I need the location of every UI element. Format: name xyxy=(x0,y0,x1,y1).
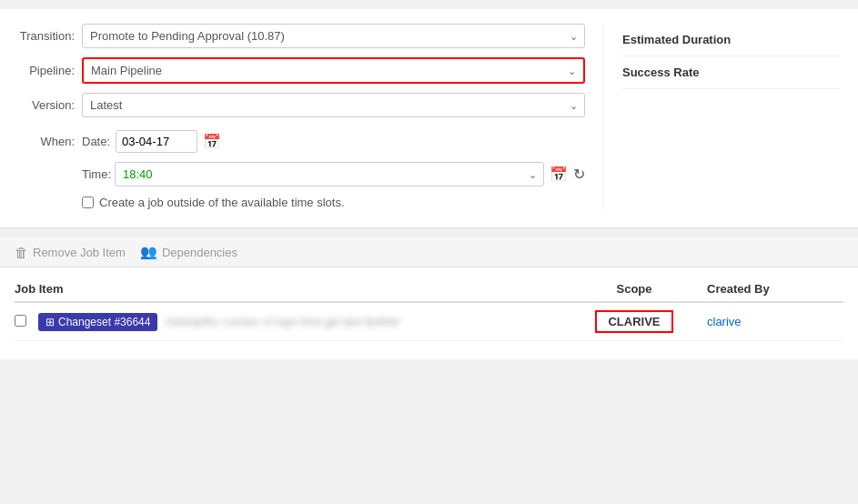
calendar-icon[interactable]: 📅 xyxy=(203,133,221,150)
table-row: ⊞ Changeset #36644 Addedjdfkn number of … xyxy=(15,303,843,341)
transition-row: Transition: Promote to Pending Approval … xyxy=(18,24,585,48)
time-label: Time: xyxy=(82,167,111,181)
top-section: Transition: Promote to Pending Approval … xyxy=(0,9,858,228)
changeset-label: Changeset #36644 xyxy=(58,316,150,328)
time-select-wrapper: 18:40 ⌄ xyxy=(115,162,544,186)
date-row: When: Date: 📅 xyxy=(18,130,585,153)
time-row: Time: 18:40 ⌄ 📅 ↻ xyxy=(18,162,585,186)
created-by-cell[interactable]: clarive xyxy=(707,315,843,328)
dependencies-icon: 👥 xyxy=(140,244,157,260)
version-select[interactable]: Latest xyxy=(82,93,585,117)
pipeline-select-wrapper: Main Pipeline ⌄ xyxy=(82,57,585,84)
transition-label: Transition: xyxy=(18,29,82,43)
remove-job-item-button[interactable]: 🗑 Remove Job Item xyxy=(15,245,126,260)
dependencies-button[interactable]: 👥 Dependencies xyxy=(140,244,237,260)
changeset-description: Addedjdfkn number of login lkhd gjd hjkd… xyxy=(165,316,399,328)
transition-select-wrapper: Promote to Pending Approval (10.87) ⌄ xyxy=(82,24,585,48)
success-rate-item: Success Rate xyxy=(622,56,840,89)
version-row: Version: Latest ⌄ xyxy=(18,93,585,117)
pipeline-select[interactable]: Main Pipeline xyxy=(84,59,583,82)
date-label: Date: xyxy=(82,135,110,148)
remove-job-item-label: Remove Job Item xyxy=(33,246,126,259)
pipeline-label: Pipeline: xyxy=(18,64,82,77)
table-header: Job Item Scope Created By xyxy=(15,277,843,303)
col-header-job-item: Job Item xyxy=(15,282,561,296)
job-item-cell: ⊞ Changeset #36644 Addedjdfkn number of … xyxy=(15,313,561,331)
outside-timeslots-label: Create a job outside of the available ti… xyxy=(99,196,345,209)
estimated-duration-item: Estimated Duration xyxy=(622,24,840,56)
toolbar: 🗑 Remove Job Item 👥 Dependencies xyxy=(0,237,858,267)
time-icons: 📅 ↻ xyxy=(550,166,585,183)
main-container: Transition: Promote to Pending Approval … xyxy=(0,0,858,504)
scope-cell: CLARIVE xyxy=(561,310,707,333)
table-section: Job Item Scope Created By ⊞ Changeset #3… xyxy=(0,267,858,359)
outside-timeslots-checkbox[interactable] xyxy=(82,197,94,208)
time-select[interactable]: 18:40 xyxy=(115,162,544,186)
bottom-section: 🗑 Remove Job Item 👥 Dependencies Job Ite… xyxy=(0,237,858,359)
right-panel: Estimated Duration Success Rate xyxy=(603,24,840,209)
row-checkbox-cell xyxy=(15,315,31,329)
dependencies-label: Dependencies xyxy=(162,246,237,259)
col-header-created-by: Created By xyxy=(707,282,843,296)
col-header-scope: Scope xyxy=(561,282,707,296)
time-refresh-button[interactable]: ↻ xyxy=(573,166,585,183)
date-input[interactable] xyxy=(116,130,197,153)
grid-icon: ⊞ xyxy=(45,316,55,328)
date-group: Date: 📅 xyxy=(82,130,221,153)
checkbox-row: Create a job outside of the available ti… xyxy=(18,196,585,209)
time-calendar-button[interactable]: 📅 xyxy=(550,166,568,183)
row-checkbox[interactable] xyxy=(15,315,26,327)
version-label: Version: xyxy=(18,98,82,112)
transition-select[interactable]: Promote to Pending Approval (10.87) xyxy=(82,24,585,48)
trash-icon: 🗑 xyxy=(15,245,28,260)
changeset-badge[interactable]: ⊞ Changeset #36644 xyxy=(38,313,157,331)
version-select-wrapper: Latest ⌄ xyxy=(82,93,585,117)
pipeline-row: Pipeline: Main Pipeline ⌄ xyxy=(18,57,585,84)
scope-badge: CLARIVE xyxy=(595,310,672,333)
when-section: When: Date: 📅 Time: 18:40 ⌄ xyxy=(18,130,585,209)
form-area: Transition: Promote to Pending Approval … xyxy=(18,24,603,209)
when-label: When: xyxy=(18,135,82,148)
